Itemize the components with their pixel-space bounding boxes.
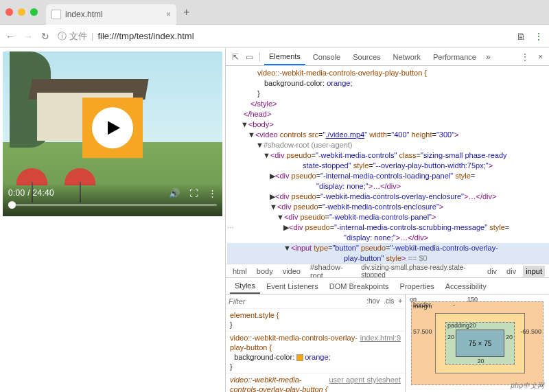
address-bar: ← → ↻ ⓘ 文件 | file:///tmp/test/index.html… (0, 25, 549, 48)
tab-sources[interactable]: Sources (348, 49, 385, 65)
color-swatch-icon[interactable] (296, 354, 303, 361)
divider: | (91, 31, 93, 41)
watermark: php中文网 (511, 381, 545, 391)
tab-elements[interactable]: Elements (264, 49, 305, 65)
media-menu-icon[interactable]: ⋮ (208, 188, 217, 198)
extension-icon[interactable]: 🗎 (516, 31, 526, 42)
elements-pane: video::-webkit-media-controls-overlay-pl… (226, 66, 549, 392)
tab-event-listeners[interactable]: Event Listeners (261, 279, 323, 293)
url-scheme-label: 文件 (69, 30, 87, 43)
styles-rules[interactable]: :hov .cls + element.style { } index.html… (226, 295, 405, 392)
devtools-menu-icon[interactable]: ⋮ (519, 52, 531, 62)
url-text: file:///tmp/test/index.html (97, 31, 194, 41)
tab-styles[interactable]: Styles (230, 279, 260, 294)
overlay-play-button[interactable] (82, 97, 143, 158)
add-rule-button[interactable]: + (398, 297, 402, 306)
fullscreen-icon[interactable]: ⛶ (189, 188, 198, 198)
bc-div2[interactable]: div (484, 266, 500, 277)
progress-scrubber[interactable] (8, 204, 217, 206)
bc-div3[interactable]: div (504, 266, 519, 277)
window-titlebar: index.html × + (0, 0, 549, 25)
bc-div1[interactable]: div.sizing-small.phase-ready.state-stopp… (358, 264, 480, 278)
elements-breadcrumb[interactable]: html body video #shadow-root div.sizing-… (226, 264, 549, 278)
styles-filter-input[interactable] (229, 297, 362, 305)
devtools-tabbar: ⇱ ▭ Elements Console Sources Network Per… (226, 48, 549, 66)
devtools-panel: ⇱ ▭ Elements Console Sources Network Per… (225, 48, 549, 392)
dom-tree[interactable]: video::-webkit-media-controls-overlay-pl… (226, 66, 549, 264)
browser-tab[interactable]: index.html × (46, 4, 176, 25)
source-link[interactable]: index.html:9 (360, 333, 401, 343)
tab-title: index.html (65, 10, 103, 19)
traffic-lights (5, 8, 38, 16)
tab-performance[interactable]: Performance (428, 49, 481, 65)
dom-selected-node: ▼<input type="button" pseudo="-webkit-me… (227, 243, 549, 264)
browser-menu-icon[interactable]: ⋮ (534, 31, 544, 42)
bc-body[interactable]: body (254, 266, 276, 277)
bc-input[interactable]: input (523, 266, 545, 277)
main-area: 0:00 / 24:40 🔊 ⛶ ⋮ ⇱ ▭ Elements Co (0, 48, 549, 392)
tab-network[interactable]: Network (388, 49, 425, 65)
tab-console[interactable]: Console (308, 49, 345, 65)
close-window-icon[interactable] (5, 8, 13, 16)
forward-button[interactable]: → (23, 31, 33, 42)
new-tab-button[interactable]: + (183, 6, 189, 19)
progress-thumb[interactable] (8, 201, 16, 209)
url-field[interactable]: ⓘ 文件 | file:///tmp/test/index.html (58, 30, 508, 43)
maximize-window-icon[interactable] (30, 8, 38, 16)
box-model[interactable]: on 150 margin -69.500 57.500 border - pa… (405, 295, 549, 392)
site-info-icon[interactable]: ⓘ (58, 30, 67, 43)
favicon-icon (51, 10, 61, 19)
bc-shadow[interactable]: #shadow-root (307, 264, 354, 278)
play-icon (108, 121, 120, 135)
bc-video[interactable]: video (280, 266, 303, 277)
devtools-close-icon[interactable]: × (536, 52, 545, 62)
bc-html[interactable]: html (230, 266, 250, 277)
minimize-window-icon[interactable] (18, 8, 25, 16)
tab-close-icon[interactable]: × (166, 10, 171, 19)
cls-toggle[interactable]: .cls (384, 297, 394, 306)
tab-accessibility[interactable]: Accessibility (441, 279, 491, 293)
volume-icon[interactable]: 🔊 (169, 188, 180, 198)
reload-button[interactable]: ↻ (41, 31, 49, 42)
tab-dom-breakpoints[interactable]: DOM Breakpoints (325, 279, 394, 293)
tab-properties[interactable]: Properties (395, 279, 439, 293)
styles-tabbar: Styles Event Listeners DOM Breakpoints P… (226, 278, 549, 295)
ua-source-label: user agent stylesheet (329, 375, 401, 384)
inspect-icon[interactable]: ⇱ (230, 52, 241, 62)
styles-body: :hov .cls + element.style { } index.html… (226, 295, 549, 392)
hov-toggle[interactable]: :hov (366, 297, 379, 306)
back-button[interactable]: ← (5, 31, 15, 42)
media-controls: 0:00 / 24:40 🔊 ⛶ ⋮ (3, 183, 222, 216)
device-toolbar-icon[interactable]: ▭ (244, 52, 255, 62)
time-display: 0:00 / 24:40 (8, 188, 54, 198)
page-viewport: 0:00 / 24:40 🔊 ⛶ ⋮ (0, 48, 225, 392)
video-element[interactable]: 0:00 / 24:40 🔊 ⛶ ⋮ (3, 51, 222, 216)
more-tabs-icon[interactable]: » (484, 52, 493, 62)
box-model-content: 75 × 75 (456, 330, 504, 357)
